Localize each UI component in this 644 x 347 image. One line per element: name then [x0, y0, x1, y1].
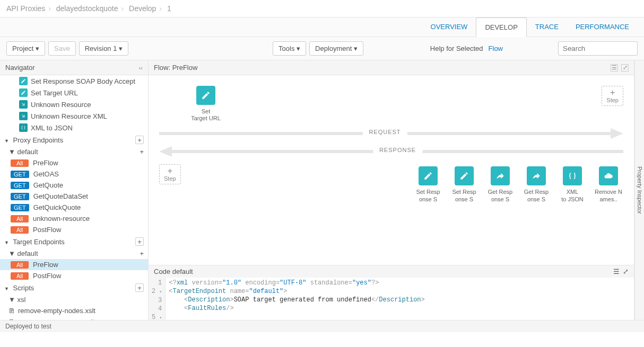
braces-icon	[19, 123, 28, 132]
share-icon	[527, 166, 546, 185]
status-bar: Deployed to test	[0, 320, 644, 332]
flow-item[interactable]: Allunknown-resource	[0, 213, 148, 224]
xsl-folder[interactable]: ▼ xsl	[0, 294, 148, 305]
arrow-right-icon	[611, 128, 623, 139]
flow-item[interactable]: GETGetOAS	[0, 168, 148, 180]
code-line: <TargetEndpoint name="default">	[169, 287, 631, 296]
breadcrumb-item[interactable]: delayedstockquote	[56, 4, 118, 13]
section-proxy-endpoints[interactable]: ▼ Proxy Endpoints+	[0, 134, 148, 146]
toolbar: Project ▾ Save Revision 1 ▾ Tools ▾ Depl…	[0, 37, 644, 60]
code-header: Code default ☰ ⤢	[149, 265, 634, 278]
add-response-step[interactable]: +Step	[159, 164, 181, 184]
section-scripts[interactable]: ▼ Scripts+	[0, 281, 148, 294]
flow-label: PreFlow	[33, 159, 58, 167]
flow-step[interactable]: Set Response S	[449, 166, 479, 202]
view-mode-icon[interactable]: ☰	[611, 64, 618, 72]
flow-label: GetQuoteDataSet	[33, 192, 88, 200]
add-target-endpoint[interactable]: +	[135, 237, 144, 246]
tools-button[interactable]: Tools ▾	[273, 41, 306, 56]
method-badge: GET	[11, 171, 29, 178]
navigator-panel: Navigator ‹‹ Set Response SOAP Body Acce…	[0, 60, 149, 320]
breadcrumb: API Proxies› delayedstockquote› Develop›…	[0, 0, 644, 17]
code-expand-icon[interactable]: ⤢	[623, 268, 629, 275]
code-line: <?xml version="1.0" encoding="UTF-8" sta…	[169, 279, 631, 287]
flow-step[interactable]: SetTarget URL	[191, 86, 221, 122]
flow-item[interactable]: GETGetQuote	[0, 180, 148, 191]
line-number: 5 ▾	[152, 313, 162, 320]
flow-label: PreFlow	[33, 261, 58, 269]
flow-item[interactable]: AllPreFlow	[0, 157, 148, 168]
policy-label: Unknown Resource	[31, 101, 91, 109]
line-number: 1	[152, 279, 162, 287]
deployment-button[interactable]: Deployment ▾	[309, 41, 363, 56]
flow-canvas: +Step SetTarget URL REQUEST RESPONSE +St…	[149, 75, 634, 265]
tab-overview[interactable]: OVERVIEW	[422, 17, 476, 37]
file-icon: 🖹	[8, 307, 15, 315]
policy-item[interactable]: Set Response SOAP Body Accept	[0, 75, 148, 87]
code-editor[interactable]: 12 ▾345 ▾ <?xml version="1.0" encoding="…	[149, 278, 634, 320]
flow-item[interactable]: AllPostFlow	[0, 270, 148, 281]
pencil-icon	[19, 77, 28, 85]
code-section: Code default ☰ ⤢ 12 ▾345 ▾ <?xml version…	[149, 265, 634, 320]
tab-trace[interactable]: TRACE	[527, 17, 567, 37]
script-label: remove-empty-nodes.xslt	[18, 307, 95, 315]
flow-step[interactable]: Remove Names..	[594, 166, 623, 202]
flow-step[interactable]: Get Response S	[521, 166, 551, 202]
breadcrumb-item[interactable]: Develop	[129, 4, 156, 13]
add-script[interactable]: +	[135, 283, 144, 292]
step-label: Get Response S	[488, 189, 512, 202]
flow-label: GetQuote	[33, 181, 63, 189]
section-target-endpoints[interactable]: ▼ Target Endpoints+	[0, 235, 148, 248]
flow-help-link[interactable]: Flow	[489, 45, 503, 52]
search-input[interactable]	[558, 41, 638, 56]
collapse-navigator-icon[interactable]: ‹‹	[139, 65, 143, 71]
add-target-flow[interactable]: +	[140, 250, 144, 257]
flow-item[interactable]: GETGetQuoteDataSet	[0, 191, 148, 202]
pencil-icon	[419, 166, 438, 185]
add-proxy-flow[interactable]: +	[140, 148, 144, 156]
add-proxy-endpoint[interactable]: +	[135, 136, 144, 144]
flow-item[interactable]: GETGetQuickQuote	[0, 202, 148, 213]
flow-step[interactable]: Get Response S	[485, 166, 515, 202]
revision-button[interactable]: Revision 1 ▾	[79, 41, 128, 56]
script-item[interactable]: 🖹remove-namespaces.xslt	[0, 316, 148, 320]
policy-item[interactable]: Unknown Resource	[0, 99, 148, 110]
method-badge: GET	[11, 204, 29, 211]
step-label: Remove Names..	[595, 189, 622, 202]
flow-step[interactable]: XMLto JSON	[558, 166, 587, 202]
flow-item[interactable]: AllPostFlow	[0, 224, 148, 235]
method-badge: GET	[11, 182, 29, 189]
save-button[interactable]: Save	[48, 41, 76, 56]
arrow-left-icon	[159, 146, 172, 157]
code-line: <FaultRules/>	[169, 304, 631, 313]
flow-header: Flow: PreFlow ☰ ⤢	[149, 60, 634, 75]
response-flow-bar: RESPONSE	[159, 146, 623, 157]
flow-label: PostFlow	[33, 226, 61, 234]
method-badge: GET	[11, 193, 29, 200]
proxy-default[interactable]: ▼ default+	[0, 146, 148, 157]
property-inspector-toggle[interactable]: Property Inspector	[634, 60, 644, 320]
policy-label: Unknown Resource XML	[31, 112, 107, 120]
center-panel: Flow: PreFlow ☰ ⤢ +Step SetTarget URL RE…	[149, 60, 634, 320]
flow-step[interactable]: Set Response S	[413, 166, 443, 202]
project-button[interactable]: Project ▾	[6, 41, 45, 56]
target-default[interactable]: ▼ default+	[0, 248, 148, 259]
policy-item[interactable]: Set Target URL	[0, 87, 148, 99]
add-request-step[interactable]: +Step	[602, 86, 623, 106]
script-item[interactable]: 🖹remove-empty-nodes.xslt	[0, 305, 148, 316]
policy-item[interactable]: Unknown Resource XML	[0, 110, 148, 122]
arrow-icon	[19, 100, 28, 109]
breadcrumb-item[interactable]: API Proxies	[6, 4, 45, 13]
help-label: Help for Selected	[430, 45, 483, 52]
navigator-header: Navigator ‹‹	[0, 60, 148, 75]
tab-performance[interactable]: PERFORMANCE	[567, 17, 638, 37]
flow-item[interactable]: AllPreFlow	[0, 259, 148, 270]
code-view-icon[interactable]: ☰	[613, 268, 620, 275]
policy-item[interactable]: XML to JSON	[0, 122, 148, 134]
breadcrumb-item: 1	[167, 4, 171, 13]
step-label: Get Response S	[524, 189, 549, 202]
braces-icon	[563, 166, 582, 185]
code-line: <Description>SOAP target generated from …	[169, 296, 631, 304]
tab-develop[interactable]: DEVELOP	[476, 17, 526, 37]
expand-icon[interactable]: ⤢	[621, 64, 629, 72]
